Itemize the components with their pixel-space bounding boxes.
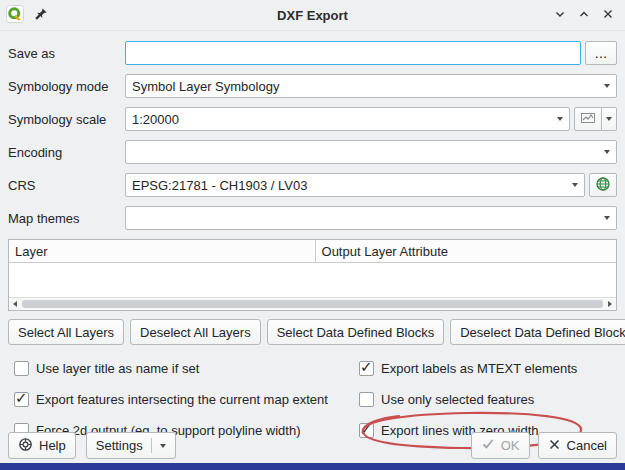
column-header-layer: Layer [9, 240, 316, 262]
checkbox-label: Export features intersecting the current… [36, 392, 328, 407]
checkbox-label: Export labels as MTEXT elements [381, 361, 577, 376]
window-title: DXF Export [277, 8, 348, 23]
chevron-down-icon [604, 150, 610, 154]
crs-value: EPSG:21781 - CH1903 / LV03 [132, 178, 572, 193]
crs-label: CRS [8, 178, 125, 193]
chevron-down-icon [604, 216, 610, 220]
pin-window-button[interactable] [30, 4, 52, 26]
chevron-down-icon [572, 183, 578, 187]
scale-picker-dropdown-button[interactable] [602, 107, 617, 131]
checkbox-export-labels-mtext[interactable]: Export labels as MTEXT elements [359, 358, 617, 378]
crs-select[interactable]: EPSG:21781 - CH1903 / LV03 [125, 173, 585, 197]
checkbox-box[interactable] [359, 361, 374, 376]
form-area: Save as … Symbology mode Symbol Layer Sy… [0, 31, 625, 230]
settings-button[interactable]: Settings [86, 432, 176, 459]
checkbox-label: Use only selected features [381, 392, 534, 407]
globe-crs-icon [595, 176, 611, 195]
cancel-label: Cancel [567, 438, 607, 453]
qgis-logo-icon [6, 5, 24, 26]
checkbox-use-layer-title[interactable]: Use layer title as name if set [14, 358, 359, 378]
cancel-button[interactable]: Cancel [538, 432, 617, 459]
scrollbar-thumb[interactable] [22, 300, 603, 308]
column-header-output-layer-attribute: Output Layer Attribute [316, 240, 616, 262]
layer-buttons-row: Select All Layers Deselect All Layers Se… [8, 319, 617, 345]
chevron-down-icon [557, 117, 563, 121]
checkbox-label: Use layer title as name if set [36, 361, 199, 376]
ok-button[interactable]: OK [471, 432, 530, 459]
map-themes-label: Map themes [8, 211, 125, 226]
layer-table-body [9, 263, 616, 297]
help-button[interactable]: Help [8, 432, 76, 459]
options-grid: Use layer title as name if set Export la… [14, 358, 617, 440]
help-icon [18, 437, 33, 455]
ok-check-icon [481, 437, 495, 454]
browse-button[interactable]: … [585, 41, 617, 65]
symbology-scale-value: 1:20000 [132, 112, 557, 127]
deselect-data-defined-blocks-button[interactable]: Deselect Data Defined Blocks [450, 319, 625, 345]
settings-label: Settings [96, 438, 143, 453]
checkbox-box[interactable] [14, 361, 29, 376]
chevron-down-icon [604, 84, 610, 88]
select-data-defined-blocks-button[interactable]: Select Data Defined Blocks [267, 319, 445, 345]
symbology-mode-select[interactable]: Symbol Layer Symbology [125, 74, 617, 98]
chevron-down-icon [160, 444, 166, 448]
help-label: Help [39, 438, 66, 453]
encoding-label: Encoding [8, 145, 125, 160]
chevron-down-icon [606, 117, 612, 121]
deselect-all-layers-button[interactable]: Deselect All Layers [130, 319, 261, 345]
close-button[interactable] [597, 4, 619, 26]
scroll-left-arrow-icon[interactable] [9, 301, 21, 307]
minimize-button[interactable] [549, 4, 571, 26]
scroll-right-arrow-icon[interactable] [604, 301, 616, 307]
save-as-input[interactable] [125, 41, 581, 65]
chevron-down-icon [554, 8, 566, 23]
symbology-scale-select[interactable]: 1:20000 [125, 107, 570, 131]
encoding-select[interactable] [125, 140, 617, 164]
close-icon [602, 8, 614, 23]
save-as-label: Save as [8, 46, 125, 61]
symbology-scale-label: Symbology scale [8, 112, 125, 127]
map-scale-icon [580, 110, 596, 129]
footer: Help Settings OK Cancel [8, 432, 617, 459]
layer-table: Layer Output Layer Attribute [8, 239, 617, 311]
symbology-mode-label: Symbology mode [8, 79, 125, 94]
layer-table-header: Layer Output Layer Attribute [9, 240, 616, 263]
scale-picker-split-button [574, 107, 617, 131]
map-themes-select[interactable] [125, 206, 617, 230]
chevron-up-icon [578, 8, 590, 23]
select-all-layers-button[interactable]: Select All Layers [8, 319, 124, 345]
checkbox-box[interactable] [359, 392, 374, 407]
ok-label: OK [501, 438, 520, 453]
dxf-export-dialog: DXF Export Save as … Symbology mode Symb… [0, 0, 625, 470]
maximize-button[interactable] [573, 4, 595, 26]
horizontal-scrollbar[interactable] [9, 297, 616, 310]
button-separator [151, 438, 152, 453]
checkbox-use-only-selected[interactable]: Use only selected features [359, 389, 617, 409]
titlebar: DXF Export [0, 0, 625, 31]
pin-icon [34, 7, 48, 24]
checkbox-box[interactable] [14, 392, 29, 407]
symbology-mode-value: Symbol Layer Symbology [132, 79, 604, 94]
cancel-x-icon [548, 438, 561, 454]
crs-picker-button[interactable] [589, 173, 617, 197]
checkbox-export-features-intersecting[interactable]: Export features intersecting the current… [14, 389, 359, 409]
desktop-edge [0, 463, 625, 470]
set-to-map-scale-button[interactable] [574, 107, 602, 131]
